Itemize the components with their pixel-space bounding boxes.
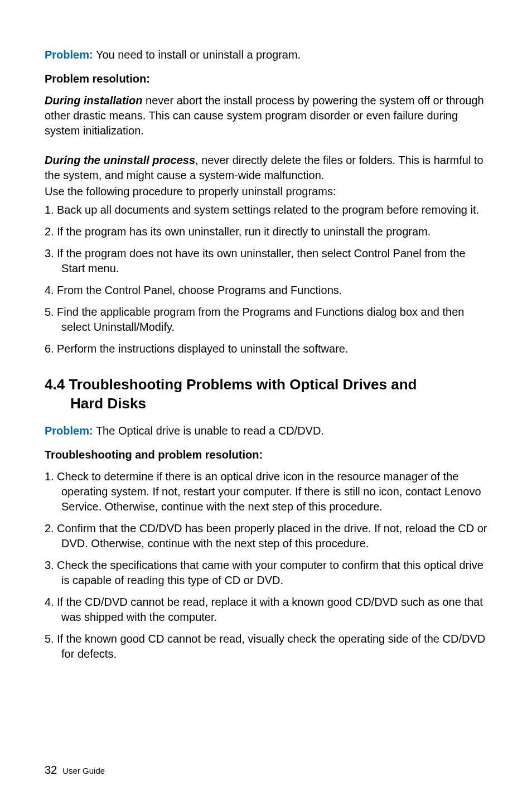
problem-label-1: Problem:: [45, 49, 93, 61]
during-installation-label: During installation: [45, 94, 143, 107]
problem-statement-1: Problem: You need to install or uninstal…: [45, 47, 487, 62]
section-number: 4.4: [45, 376, 65, 393]
list-item: 4.If the CD/DVD cannot be read, replace …: [45, 595, 487, 625]
page-footer: 32User Guide: [45, 764, 105, 777]
list-item-text: If the program does not have its own uni…: [57, 247, 466, 274]
list-item-text: From the Control Panel, choose Programs …: [57, 284, 342, 296]
problem-text-2: The Optical drive is unable to read a CD…: [93, 425, 324, 437]
during-uninstall-label: During the uninstall process: [45, 154, 195, 166]
list-item: 5.If the known good CD cannot be read, v…: [45, 631, 487, 662]
during-installation-para: During installation never abort the inst…: [45, 93, 487, 138]
uninstall-steps-list: 1.Back up all documents and system setti…: [45, 202, 487, 356]
list-item-text: Confirm that the CD/DVD has been properl…: [57, 522, 487, 549]
troubleshooting-steps-list: 1.Check to determine if there is an opti…: [45, 469, 487, 662]
list-item-text: If the CD/DVD cannot be read, replace it…: [57, 596, 483, 623]
section-heading-4-4: 4.4 Troubleshooting Problems with Optica…: [45, 375, 487, 413]
list-item-text: Back up all documents and system setting…: [57, 204, 479, 216]
troubleshooting-heading: Troubleshooting and problem resolution:: [45, 449, 487, 461]
problem-resolution-heading: Problem resolution:: [45, 73, 487, 85]
list-item: 2.If the program has its own uninstaller…: [45, 224, 487, 239]
list-item: 2.Confirm that the CD/DVD has been prope…: [45, 521, 487, 551]
list-item-text: Find the applicable program from the Pro…: [57, 306, 464, 333]
list-item-text: Check the specifications that came with …: [57, 559, 483, 586]
section-title-line1: Troubleshooting Problems with Optical Dr…: [69, 376, 417, 393]
list-item: 5.Find the applicable program from the P…: [45, 305, 487, 335]
footer-label: User Guide: [62, 766, 105, 775]
list-item: 6.Perform the instructions displayed to …: [45, 341, 487, 356]
during-uninstall-para: During the uninstall process, never dire…: [45, 153, 487, 183]
list-item: 3.Check the specifications that came wit…: [45, 558, 487, 588]
list-item-text: Check to determine if there is an optica…: [57, 470, 481, 513]
list-item-text: If the program has its own uninstaller, …: [57, 225, 431, 238]
page-number: 32: [45, 764, 57, 776]
problem-statement-2: Problem: The Optical drive is unable to …: [45, 423, 487, 438]
list-item: 1.Check to determine if there is an opti…: [45, 469, 487, 514]
problem-label-2: Problem:: [45, 425, 93, 437]
list-item: 1.Back up all documents and system setti…: [45, 202, 487, 218]
list-item: 4.From the Control Panel, choose Program…: [45, 283, 487, 298]
uninstall-procedure-intro: Use the following procedure to properly …: [45, 184, 487, 199]
problem-text-1: You need to install or uninstall a progr…: [93, 49, 301, 61]
section-title-line2: Hard Disks: [45, 394, 146, 413]
list-item: 3.If the program does not have its own u…: [45, 246, 487, 276]
list-item-text: If the known good CD cannot be read, vis…: [57, 633, 485, 660]
list-item-text: Perform the instructions displayed to un…: [57, 343, 348, 355]
